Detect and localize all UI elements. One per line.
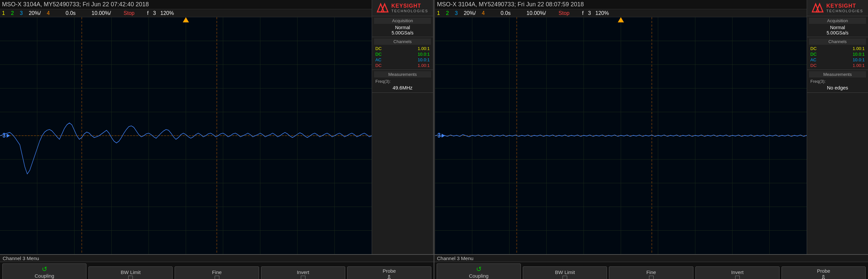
bottom-bar-2: Channel 3 Menu ↺ Coupling AC BW Limit Fi… xyxy=(434,255,868,279)
ch2-row-2: DC 10.0:1 xyxy=(809,51,866,57)
keysight-logo-1: KEYSIGHT TECHNOLOGIES xyxy=(372,0,433,16)
ch2-row-1: DC 10.0:1 xyxy=(374,51,431,57)
fine-button-2[interactable]: Fine xyxy=(609,267,693,279)
fine-checkbox-1 xyxy=(215,276,219,279)
coupling-label-1: Coupling xyxy=(34,273,54,279)
ch3-row-1: AC 10.0:1 xyxy=(374,57,431,63)
bw-limit-label-2: BW Limit xyxy=(555,269,575,275)
invert-button-2[interactable]: Invert xyxy=(695,267,779,279)
invert-checkbox-2 xyxy=(735,276,740,279)
keysight-sub-2: TECHNOLOGIES xyxy=(826,9,863,13)
acquisition-title-1: Acquisition xyxy=(374,18,431,24)
bw-limit-checkbox-2 xyxy=(562,276,567,279)
ch1-coupling-1: DC xyxy=(375,46,382,51)
ch1-scale-val-2: 1.00:1 xyxy=(853,46,865,51)
bottom-bar-1: Channel 3 Menu ↺ Coupling AC BW Limit Fi… xyxy=(0,255,434,279)
trigger-info-2: f 3 120% xyxy=(582,10,609,16)
ch2-scale-val-2: 10.0:1 xyxy=(853,52,865,57)
fine-label-2: Fine xyxy=(646,269,656,275)
status-1: Stop xyxy=(124,10,134,16)
time-offset-1: 0.0s xyxy=(66,10,75,16)
fine-button-1[interactable]: Fine xyxy=(175,267,259,279)
freq-value-2: No edges xyxy=(809,84,866,91)
freq-label-2: Freq(3): xyxy=(810,79,826,84)
ch4-coupling-2: DC xyxy=(810,63,817,68)
time-offset-2: 0.0s xyxy=(501,10,510,16)
ch4-scale-val-1: 1.00:1 xyxy=(418,63,430,68)
acq-rate-1: 5.00GSa/s xyxy=(374,30,431,35)
keysight-mark-icon-2 xyxy=(812,3,824,13)
ch3-scale-val-1: 10.0:1 xyxy=(418,57,430,62)
acquisition-section-1: Acquisition Normal 5.00GSa/s xyxy=(372,16,433,37)
timebase-1: 20%/ xyxy=(29,10,41,16)
ch4-row-1: DC 1.00:1 xyxy=(374,63,431,68)
freq-value-1: 49.6MHz xyxy=(374,84,431,91)
scope-panel-2: MSO-X 3104A, MY52490733; Fri Jun 22 08:0… xyxy=(435,0,868,254)
main-area: MSO-X 3104A, MY52490733; Fri Jun 22 07:4… xyxy=(0,0,868,254)
channel-menu-label-2: Channel 3 Menu xyxy=(434,255,868,262)
measurements-section-1: Measurements Freq(3): 49.6MHz xyxy=(372,70,433,93)
probe-button-2[interactable]: Probe ⇩ xyxy=(781,267,866,279)
ch3-coupling-2: AC xyxy=(810,57,816,62)
ch2-scale-2: 2 xyxy=(446,10,449,16)
bottom-bars-container: Channel 3 Menu ↺ Coupling AC BW Limit Fi… xyxy=(0,254,868,279)
instrument-info-1: MSO-X 3104A, MY52490733; Fri Jun 22 07:4… xyxy=(2,1,149,8)
ch4-scale-val-2: 1.00:1 xyxy=(853,63,865,68)
bw-limit-button-1[interactable]: BW Limit xyxy=(89,267,173,279)
ch2-coupling-1: DC xyxy=(375,52,382,57)
keysight-mark-icon-1 xyxy=(377,3,389,13)
ch1-scale-val-1: 1.00:1 xyxy=(418,46,430,51)
bw-limit-label-1: BW Limit xyxy=(121,269,141,275)
grid-svg-2: 3► xyxy=(435,17,807,254)
acquisition-title-2: Acquisition xyxy=(809,18,866,24)
time-per-div-1: 10.00%/ xyxy=(91,10,111,16)
channels-title-1: Channels xyxy=(374,38,431,45)
freq-row-1: Freq(3): xyxy=(374,79,431,84)
keysight-sub-1: TECHNOLOGIES xyxy=(391,9,428,13)
probe-label-2: Probe xyxy=(817,268,830,274)
timebase-2: 20%/ xyxy=(464,10,476,16)
ch3-coupling-1: AC xyxy=(375,57,381,62)
ch4-scale-2: 4 xyxy=(482,10,485,16)
info-panel-2: KEYSIGHT TECHNOLOGIES Acquisition Normal… xyxy=(807,0,868,254)
channels-section-1: Channels DC 1.00:1 DC 10.0:1 AC 10.0:1 D… xyxy=(372,37,433,70)
invert-checkbox-1 xyxy=(301,276,306,279)
bw-limit-button-2[interactable]: BW Limit xyxy=(523,267,607,279)
probe-arrow-icon-2: ⇩ xyxy=(820,274,826,279)
ch1-scale-1: 1 xyxy=(2,10,5,16)
coupling-button-1[interactable]: ↺ Coupling AC xyxy=(2,264,87,279)
fine-label-1: Fine xyxy=(212,269,222,275)
scope-panel-1: MSO-X 3104A, MY52490733; Fri Jun 22 07:4… xyxy=(0,0,434,254)
ch2-scale-val-1: 10.0:1 xyxy=(418,52,430,57)
freq-label-1: Freq(3): xyxy=(375,79,391,84)
waveform-area-1: MSO-X 3104A, MY52490733; Fri Jun 22 07:4… xyxy=(0,0,372,254)
coupling-label-2: Coupling xyxy=(469,273,488,279)
info-panel-1: KEYSIGHT TECHNOLOGIES Acquisition Normal… xyxy=(372,0,433,254)
status-2: Stop xyxy=(559,10,569,16)
ch4-coupling-1: DC xyxy=(375,63,382,68)
ch4-scale-1: 4 xyxy=(47,10,50,16)
fine-checkbox-2 xyxy=(649,276,654,279)
acq-rate-2: 5.00GSa/s xyxy=(809,30,866,35)
ch2-scale-1: 2 xyxy=(11,10,14,16)
scale-bar-2: 1 2 3 20%/ 4 0.0s 10.00%/ Stop f 3 120% xyxy=(435,9,807,17)
ch1-scale-2: 1 xyxy=(437,10,440,16)
measurements-section-2: Measurements Freq(3): No edges xyxy=(807,70,868,93)
ch1-row-2: DC 1.00:1 xyxy=(809,46,866,51)
coupling-button-2[interactable]: ↺ Coupling AC xyxy=(437,264,521,279)
ch1-coupling-2: DC xyxy=(810,46,817,51)
invert-label-1: Invert xyxy=(297,269,309,275)
coupling-recycle-icon-2: ↺ xyxy=(476,265,482,273)
ch1-row-1: DC 1.00:1 xyxy=(374,46,431,51)
probe-button-1[interactable]: Probe ⇩ xyxy=(347,267,431,279)
scale-bar-1: 1 2 3 20%/ 4 0.0s 10.00%/ Stop f 3 120% xyxy=(0,9,372,17)
ch4-row-2: DC 1.00:1 xyxy=(809,63,866,68)
keysight-logo-2: KEYSIGHT TECHNOLOGIES xyxy=(807,0,868,16)
keysight-brand-1: KEYSIGHT TECHNOLOGIES xyxy=(391,3,428,13)
ch2-coupling-2: DC xyxy=(810,52,817,57)
probe-label-1: Probe xyxy=(383,268,396,274)
invert-button-1[interactable]: Invert xyxy=(261,267,345,279)
waveform-area-2: MSO-X 3104A, MY52490733; Fri Jun 22 08:0… xyxy=(435,0,807,254)
ch3-scale-2: 3 xyxy=(455,10,458,16)
bottom-buttons-1: ↺ Coupling AC BW Limit Fine Invert Probe xyxy=(0,262,434,279)
